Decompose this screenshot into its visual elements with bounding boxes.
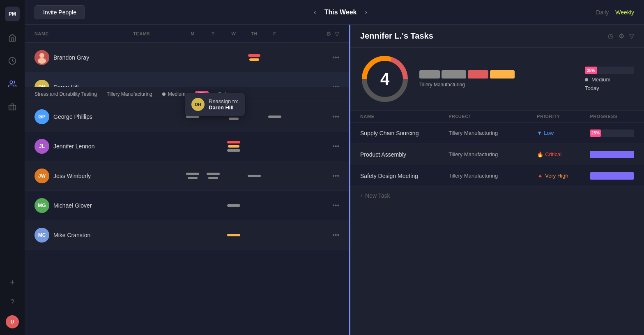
sidebar-item-clock[interactable] [6,54,19,67]
sidebar-item-people[interactable] [6,77,19,90]
task-bar [228,145,239,148]
day-th [244,54,264,61]
col-header-days: M T W TH F [182,31,326,36]
progress-bar-container [590,151,634,158]
day-w [223,141,244,152]
legend-text: Tillery Manufacturing [419,82,575,88]
day-m [182,54,203,61]
task-progress [590,172,634,180]
tasks-col-name: NAME [360,114,448,119]
day-th [244,234,264,236]
row-actions-menu[interactable]: ••• [332,143,339,150]
day-m [182,141,203,152]
add-icon[interactable]: + [6,276,19,289]
task-project-label: Tillery Manufacturing [107,91,152,97]
daily-view-button[interactable]: Daily [596,9,609,16]
tooltip-label: Reassign to: [209,98,238,104]
svg-point-5 [38,58,46,64]
day-f [264,204,285,207]
task-bar [188,177,198,179]
col-header-t: T [203,31,223,36]
day-f [264,141,285,152]
progress-bar-fill: 25% [590,129,601,137]
settings-filter-icon[interactable]: ⚙ [619,32,624,40]
row-days-cell [182,54,329,61]
table-row: MC Mike Cranston ••• [25,220,349,250]
sidebar-item-briefcase[interactable] [6,100,19,113]
clock-filter-icon[interactable]: ◷ [608,32,614,40]
prev-week-button[interactable]: ‹ [310,7,319,18]
table-body: Brandon Gray ••• [25,43,349,250]
row-actions-menu[interactable]: ••• [332,231,339,239]
progress-text: 25% [591,131,600,135]
row-actions-menu[interactable]: ••• [332,172,339,180]
task-project: Tillery Manufacturing [448,151,537,157]
settings-icon[interactable]: ⚙ [326,30,331,37]
week-label: This Week [324,9,357,16]
tooltip-avatar: DH [191,98,205,111]
tasks-table-header: NAME PROJECT PRIORITY PROGRESS [350,111,644,122]
filter-panel-icon[interactable]: ▽ [629,32,634,40]
help-icon[interactable]: ? [6,296,19,309]
next-week-button[interactable]: › [362,7,370,18]
sidebar-bottom: + ? U [6,276,19,328]
task-priority: ▼ Low [537,130,590,136]
sidebar-item-home[interactable] [6,31,19,44]
task-row: Product Assembly Tillery Manufacturing 🔥… [350,144,644,165]
svg-point-1 [10,81,13,84]
app-logo: PM [5,7,20,21]
status-indicator: Medium [162,91,186,97]
task-bar [186,173,199,175]
status-dot [162,92,166,96]
weekly-view-button[interactable]: Weekly [615,9,634,16]
invite-people-button[interactable]: Invite People [34,5,85,19]
task-progress: 25% [590,129,634,137]
progress-bar-container [590,172,634,180]
task-progress [590,151,634,158]
new-task-button[interactable]: + New Task [350,187,644,205]
today-label: Today [585,85,634,91]
day-t [203,141,223,152]
row-name-cell: MC Mike Cranston [34,228,133,243]
priority-icon: 🔥 [537,151,543,157]
person-name: George Phillips [53,113,92,120]
task-bar [227,141,240,143]
status-row: Medium [585,76,634,83]
person-name: Brandon Gray [53,54,89,61]
avatar: JL [34,139,49,154]
task-name-label: Stress and Durability Testing [34,91,97,97]
row-actions-menu[interactable]: ••• [332,113,339,120]
user-avatar[interactable]: U [6,315,19,328]
day-th [244,204,264,207]
task-bar [268,116,281,118]
progress-bar-fill [590,172,634,180]
sidebar: PM + ? U [0,0,25,335]
task-bar [248,175,261,177]
task-bar [227,149,240,152]
priority-label: Low [544,130,554,136]
tooltip-name: Daren Hill [209,104,238,111]
status-summary: 25% Medium Today [585,67,634,91]
row-actions-menu[interactable]: ••• [332,54,339,61]
task-count: 4 [380,70,389,88]
filter-icon[interactable]: ▽ [335,30,339,37]
header-center: ‹ This Week › [85,7,596,18]
row-name-cell: JW Jess Wimberly [34,169,133,183]
task-bar [227,234,240,236]
person-name: Jennifer Lennon [53,143,94,150]
table-row: JW Jess Wimberly [25,161,349,191]
tasks-col-project: PROJECT [448,114,537,119]
header-right: Daily Weekly [596,9,634,16]
right-panel: Jennifer L.'s Tasks ◷ ⚙ ▽ [349,25,644,335]
table-row: MG Michael Glover ••• [25,191,349,220]
task-row: Safety Design Meeting Tillery Manufactur… [350,165,644,187]
row-actions-menu[interactable]: ••• [332,202,339,209]
tasks-col-progress: PROGRESS [590,114,634,119]
day-th [244,113,264,120]
day-th [244,173,264,179]
col-header-m: M [182,31,203,36]
mini-bar [442,70,466,79]
priority-icon: 🔺 [537,173,543,179]
avatar [34,50,49,65]
person-name: Mike Cranston [53,232,90,238]
